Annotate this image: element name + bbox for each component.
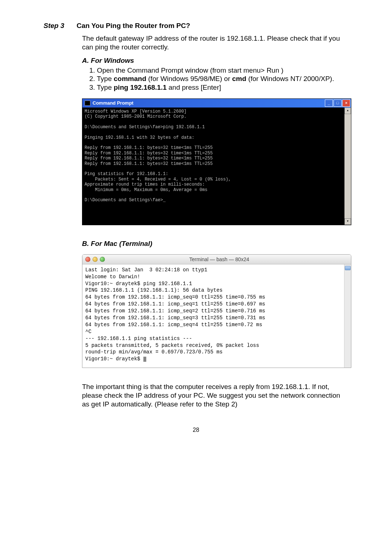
list-a-2a: 2. Type [89,75,114,82]
list-a: 1. Open the Command Prompt window (from … [89,66,348,92]
section-a-title: A. For Windows [82,57,348,65]
step-label: Step 3 [44,22,64,30]
section-b-title: B. For Mac (Terminal) [82,240,348,248]
mac-title: Terminal — bash — 80x24 [105,256,334,262]
scroll-down-icon[interactable]: ▾ [344,218,351,225]
win-scrollbar[interactable]: ▴ ▾ [344,108,351,225]
mac-close-icon[interactable] [85,257,90,262]
mac-terminal: Terminal — bash — 80x24 Last login: Sat … [82,254,351,368]
win-title: Command Prompt [93,100,325,106]
mac-minimize-icon[interactable] [93,257,98,262]
close-button[interactable]: × [342,100,350,107]
minimize-button[interactable]: _ [325,100,333,107]
list-a-3a: 3. Type [89,84,114,91]
list-a-2d: cmd [232,75,246,82]
mac-scroll-thumb[interactable] [345,266,351,270]
win-terminal-body[interactable]: Microsoft Windows XP [Version 5.1.2600] … [82,108,344,225]
list-a-2b: command [114,75,146,82]
step-heading: Can You Ping the Router from PC? [77,22,190,30]
cursor-icon [143,357,146,362]
page-number: 28 [44,427,348,433]
closing-text: The important thing is that the computer… [82,382,348,408]
mac-scrollbar[interactable] [344,264,351,368]
list-a-2e: (for Windows NT/ 2000/XP). [246,75,334,82]
intro-text: The default gateway IP address of the ro… [82,34,348,52]
mac-terminal-body[interactable]: Last login: Sat Jan 3 02:24:18 on ttyp1 … [82,264,344,368]
maximize-button[interactable]: □ [334,100,342,107]
windows-command-prompt: Command Prompt _ □ × Microsoft Windows X… [82,98,351,225]
list-a-1: 1. Open the Command Prompt window (from … [89,66,283,74]
list-a-2c: (for Windows 95/98/ME) or [146,75,232,82]
list-a-3b: ping 192.168.1.1 [114,84,167,91]
mac-titlebar[interactable]: Terminal — bash — 80x24 [82,255,351,264]
win-titlebar[interactable]: Command Prompt _ □ × [82,99,351,108]
cmd-icon [85,101,90,106]
scroll-up-icon[interactable]: ▴ [344,108,351,114]
list-a-3c: and press [Enter] [167,84,221,91]
mac-zoom-icon[interactable] [100,257,105,262]
